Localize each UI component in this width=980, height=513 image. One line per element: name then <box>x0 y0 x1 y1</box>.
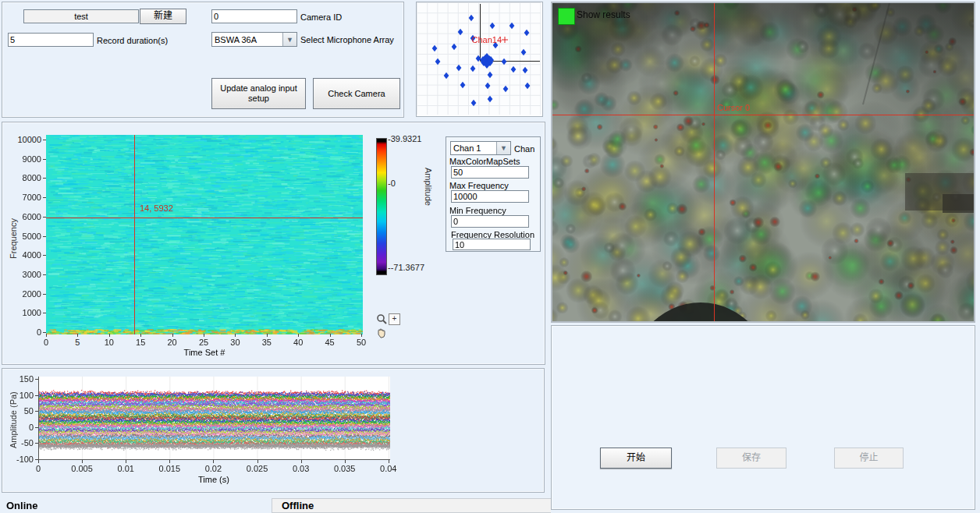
zoom-mode-box[interactable]: + <box>389 313 400 325</box>
maxfreq-input[interactable] <box>451 190 529 203</box>
chevron-down-icon[interactable]: ▼ <box>282 33 296 46</box>
maxcolormap-input[interactable] <box>451 166 529 179</box>
spectrogram-xlabel: Time Set # <box>173 348 236 357</box>
camera-cursor-label: Cursor 0 <box>717 103 750 112</box>
colorbar-zero-label: -0 <box>388 179 396 188</box>
freqres-input[interactable] <box>453 239 531 250</box>
camera-cursor-hline[interactable] <box>552 115 974 115</box>
channel-select[interactable]: Chan 1 ▼ <box>450 141 511 155</box>
chevron-down-icon[interactable]: ▼ <box>496 142 510 154</box>
start-button[interactable]: 开始 <box>600 448 672 469</box>
spectrogram-cursor-hline[interactable] <box>46 218 363 218</box>
mic-array-plot-panel <box>416 2 543 117</box>
colorbar-min-label: --71.3677 <box>388 263 424 272</box>
record-duration-label: Record duration(s) <box>97 36 168 45</box>
channel-value: Chan 1 <box>451 143 496 153</box>
action-panel: 开始 保存 停止 <box>551 325 975 510</box>
tab-offline-label: Offline <box>282 500 314 511</box>
setup-panel: test 新建 Record duration(s) Camera ID BSW… <box>2 2 404 118</box>
camera-id-label: Camera ID <box>300 12 342 22</box>
tab-online[interactable]: Online <box>6 500 37 511</box>
mic-array-value: BSWA 36A <box>212 35 282 44</box>
show-results-checkbox[interactable] <box>558 8 575 25</box>
mic-array-label: Select Microphone Array <box>300 35 394 44</box>
record-duration-input[interactable] <box>8 33 94 47</box>
mic-array-select[interactable]: BSWA 36A ▼ <box>211 32 297 47</box>
maxcolormap-label: MaxColorMapSets <box>449 157 520 166</box>
save-button[interactable]: 保存 <box>716 448 786 469</box>
spectrogram-cursor-label: 14, 5932 <box>140 203 173 213</box>
stop-button[interactable]: 停止 <box>834 448 904 469</box>
waveform-xlabel: Time (s) <box>190 475 237 484</box>
waveform-panel: Amplitude (Pa) 150100500-50-10000.0050.0… <box>2 368 545 493</box>
analysis-controls-group: Chan 1 ▼ Chan MaxColorMapSets Max Freque… <box>446 136 541 252</box>
maxfreq-label: Max Frequency <box>449 181 509 190</box>
new-button[interactable]: 新建 <box>140 9 186 24</box>
channel-label: Chan <box>514 144 534 154</box>
amplitude-colorbar <box>376 138 387 275</box>
camera-cursor-vline[interactable] <box>714 3 715 321</box>
colorbar-title: Amplitude <box>424 168 433 206</box>
spectrogram-panel: Frequency 100009000800070006000500040003… <box>2 122 545 365</box>
tab-offline[interactable]: Offline <box>272 498 551 513</box>
minfreq-label: Min Frequency <box>449 206 506 215</box>
pan-hand-icon[interactable] <box>376 327 387 340</box>
spectrogram-plot[interactable] <box>46 135 363 334</box>
acoustic-camera-app: test 新建 Record duration(s) Camera ID BSW… <box>0 0 980 513</box>
waveform-plot <box>38 377 390 460</box>
minfreq-input[interactable] <box>451 215 529 228</box>
update-analog-button[interactable]: Update analog input setup <box>211 78 306 109</box>
zoom-tool-icon[interactable] <box>376 313 387 326</box>
show-results-label: Show results <box>577 9 630 20</box>
test-name-field[interactable]: test <box>23 9 139 23</box>
spectrogram-cursor-vline[interactable] <box>134 135 135 334</box>
camera-id-input[interactable] <box>211 9 297 23</box>
camera-image[interactable] <box>552 3 974 321</box>
colorbar-max-label: -39.9321 <box>388 134 421 143</box>
check-camera-button[interactable]: Check Camera <box>313 78 400 109</box>
mic-array-plot <box>417 2 541 115</box>
camera-view-panel: Cursor 0 Show results <box>551 2 975 323</box>
